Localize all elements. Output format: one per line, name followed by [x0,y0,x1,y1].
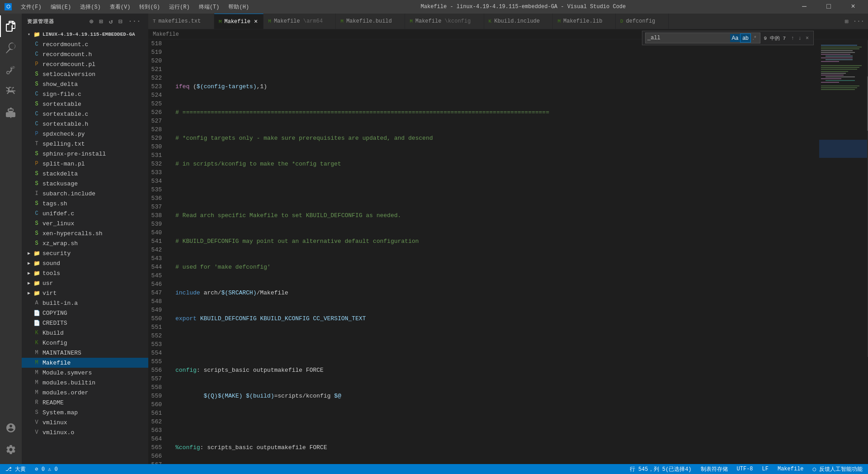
tree-item[interactable]: Sxz_wrap.sh [22,238,148,248]
tree-item-maintainers[interactable]: MMAINTAINERS [22,348,148,358]
collapse-button[interactable]: ⊟ [117,17,124,26]
tree-item[interactable]: Csortextable.h [22,119,148,129]
activity-accounts[interactable] [0,417,22,439]
find-input[interactable] [647,35,730,41]
tree-folder-security[interactable]: ▶ 📁 security [22,248,148,258]
tree-item-sysmap[interactable]: SSystem.map [22,408,148,417]
tab-defconfig[interactable]: D defconfig × [616,14,669,29]
tree-item[interactable]: Sver_linux [22,218,148,228]
tree-item-vmlinux-o[interactable]: Vvmlinux.o [22,427,148,437]
tree-folder-virt[interactable]: ▶ 📁 virt [22,288,148,298]
tab-makefile-arm64[interactable]: M Makefile \arm64 × [264,14,336,29]
maximize-button[interactable]: □ [818,0,839,14]
status-feedback[interactable]: ◯ 反馈人工智能功能 [811,465,864,473]
tab-makefiles-txt[interactable]: T makefiles.txt × [148,14,214,29]
minimap[interactable] [818,39,868,464]
status-position[interactable]: 行 545，列 5(已选择4) [628,465,693,473]
more-tabs-button[interactable]: ··· [851,17,866,26]
tree-item-module-symvers[interactable]: MModule.symvers [22,368,148,378]
menu-select[interactable]: 选择(S) [76,2,104,12]
tree-item[interactable]: Ssphinx-pre-install [22,149,148,159]
tab-makefile-kconfig[interactable]: M Makefile \kconfig × [405,14,484,29]
tab-makefile[interactable]: M Makefile × [214,14,264,29]
editor-area: T makefiles.txt × M Makefile × M Makefil… [148,14,868,464]
tree-item-vmlinux[interactable]: Vvmlinux [22,417,148,427]
tree-item[interactable]: Sstackusage [22,179,148,189]
tree-item[interactable]: Csign-file.c [22,89,148,99]
tab-makefile-build[interactable]: M Makefile.build × [336,14,405,29]
breadcrumb-makefile[interactable]: Makefile [153,31,179,38]
menu-terminal[interactable]: 终端(T) [195,2,223,12]
menu-file[interactable]: 文件(F) [17,2,45,12]
tree-folder-tools[interactable]: ▶ 📁 tools [22,268,148,278]
close-button[interactable]: × [843,0,863,14]
tree-item-kbuild[interactable]: KKbuild [22,328,148,338]
status-errors[interactable]: ⊘ 0 ⚠ 0 [33,466,59,473]
menu-view[interactable]: 查看(V) [106,2,134,12]
tree-folder-sound[interactable]: ▶ 📁 sound [22,258,148,268]
find-regex-button[interactable]: .* [751,34,758,42]
find-whole-word-button[interactable]: ab [740,33,750,43]
refresh-button[interactable]: ↺ [107,17,115,26]
tree-item[interactable]: Crecordmcount.h [22,49,148,59]
tree-root-folder[interactable]: ▾ 📁 LINUX-4.19-4.19.115-EMBEDDED-GA [22,29,148,39]
activity-search[interactable] [0,37,22,59]
menu-goto[interactable]: 转到(G) [136,2,164,12]
status-line-ending[interactable]: LF [760,466,770,472]
svg-rect-2 [821,45,857,46]
find-prev-button[interactable]: ↑ [789,34,796,42]
tab-kbuild-include[interactable]: K Kbuild.include × [484,14,553,29]
tab-makefile-lib[interactable]: M Makefile.lib × [553,14,615,29]
activity-explorer[interactable] [0,15,22,37]
tree-item[interactable]: Precordmcount.pl [22,59,148,69]
new-folder-button[interactable]: ⊞ [97,17,105,26]
tree-item-modules-builtin[interactable]: Mmodules.builtin [22,378,148,388]
menu-edit[interactable]: 编辑(E) [47,2,75,12]
tree-item[interactable]: Isubarch.include [22,189,148,199]
activity-extensions[interactable] [0,102,22,124]
file-icon: S [33,100,41,108]
tree-item[interactable]: Sxen-hypercalls.sh [22,228,148,238]
tree-item[interactable]: Ssetlocalversion [22,69,148,79]
tab-close-button[interactable]: × [253,18,259,25]
title-bar-menu[interactable]: 文件(F) 编辑(E) 选择(S) 查看(V) 转到(G) 运行(R) 终端(T… [17,2,253,12]
tree-item[interactable]: Tspelling.txt [22,139,148,149]
status-indent[interactable]: 制表符存储 [699,465,730,473]
tree-item-modules-order[interactable]: Mmodules.order [22,388,148,398]
find-next-button[interactable]: ↓ [797,34,803,42]
activity-git[interactable] [0,59,22,81]
tree-item-builtin[interactable]: Abuilt-in.a [22,298,148,308]
activity-debug[interactable] [0,81,22,102]
minimize-button[interactable]: ─ [794,0,815,14]
tree-item-credits[interactable]: 📄CREDITS [22,318,148,328]
file-icon: V [33,418,41,427]
code-editor[interactable]: ifeq ($(config-targets),1) # ===========… [171,39,818,464]
status-encoding[interactable]: UTF-8 [735,466,755,472]
new-file-button[interactable]: ⊕ [88,17,95,26]
tree-item-kconfig[interactable]: KKconfig [22,338,148,348]
tree-item[interactable]: Psplit-man.pl [22,159,148,169]
tree-item-copying[interactable]: 📄COPYING [22,308,148,318]
more-button[interactable]: ··· [127,17,143,26]
tree-folder-usr[interactable]: ▶ 📁 usr [22,278,148,288]
status-language[interactable]: Makefile [776,466,806,472]
find-close-button[interactable]: × [804,34,811,42]
tree-item[interactable]: Sstackdelta [22,169,148,179]
tree-item[interactable]: Stags.sh [22,199,148,209]
activity-settings[interactable] [0,439,22,460]
tree-item[interactable]: Sshow_delta [22,79,148,89]
tree-item[interactable]: Crecordmount.c [22,39,148,49]
tree-item[interactable]: Csortextable.c [22,109,148,119]
tree-item-makefile[interactable]: MMakefile [22,358,148,368]
menu-run[interactable]: 运行(R) [165,2,193,12]
tree-item[interactable]: Ssortextable [22,99,148,109]
split-editor-button[interactable]: ⊞ [843,17,850,26]
tree-item[interactable]: Pspdxcheck.py [22,129,148,139]
find-input-wrap[interactable]: Aa ab .* [645,33,760,43]
find-case-sensitive-button[interactable]: Aa [730,34,741,42]
status-branch[interactable]: ⎇ 大黄 [4,465,28,473]
tree-item-readme[interactable]: RREADME [22,398,148,408]
file-icon: S [33,229,41,237]
menu-help[interactable]: 帮助(H) [225,2,253,12]
tree-item[interactable]: Cunifdef.c [22,209,148,218]
